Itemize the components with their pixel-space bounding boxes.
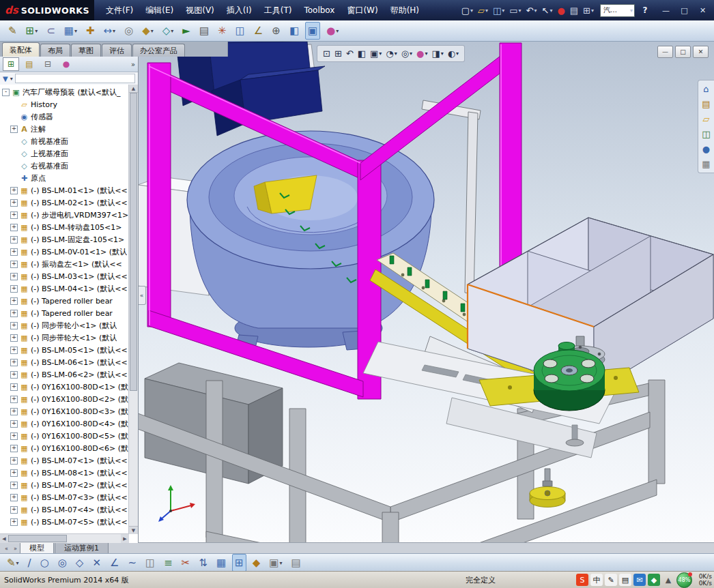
linear-sketch-pattern-icon[interactable]: ▦ [214, 554, 229, 572]
view-palette-icon[interactable]: ◫ [702, 130, 710, 138]
record-macro-icon[interactable]: ● [555, 3, 567, 18]
zoom-area-icon[interactable]: ⊞ [333, 48, 343, 59]
scroll-right-icon[interactable]: ▶ [121, 534, 129, 543]
pen-icon[interactable]: ✎ [605, 574, 617, 586]
undo-icon[interactable]: ↶▾ [524, 3, 539, 18]
tree-item[interactable]: + ▦ (-) BS-LM-07<5> (默认<< [0, 516, 129, 528]
zoom-fit-icon[interactable]: ⊡ [322, 48, 332, 59]
tree-item[interactable]: ◇ 右视基准面 [0, 160, 129, 172]
tree-item[interactable]: + ▦ (-) 步进电机,VRDM397<1> [0, 209, 129, 221]
expander-icon[interactable]: + [10, 396, 18, 403]
convert-entities-icon[interactable]: ⇅ [196, 554, 210, 572]
expander-icon[interactable]: + [10, 199, 18, 207]
section-view-icon[interactable]: ◧ [287, 22, 302, 40]
filter-input[interactable] [15, 74, 135, 83]
expander-icon[interactable]: + [10, 383, 18, 391]
tree-item[interactable]: ◇ 前视基准面 [0, 135, 129, 147]
search-dropdown-icon[interactable]: ▾ [630, 8, 633, 14]
tree-item[interactable]: + ▦ (-) BS-LM-03<1> (默认<< [0, 270, 129, 282]
expander-icon[interactable]: + [10, 236, 18, 244]
appearances-scenes-icon[interactable]: ● [702, 145, 710, 153]
menu-item[interactable]: 工具(T) [258, 0, 298, 20]
scroll-up-icon[interactable]: ▲ [129, 85, 138, 93]
accelerator-ball[interactable]: 48% [676, 572, 692, 588]
mate-icon[interactable]: ⊂ [44, 22, 58, 40]
expander-icon[interactable]: + [10, 297, 18, 305]
featuremanager-tree-tab-icon[interactable]: ⊞ [3, 57, 19, 71]
apply-scene-icon[interactable]: ◨▾ [430, 48, 444, 59]
open-document-icon[interactable]: ▱▾ [476, 3, 490, 18]
filter-dropdown-icon[interactable]: ▾ [10, 76, 13, 82]
print-icon[interactable]: ▭▾ [507, 3, 523, 18]
doc-restore-button[interactable]: □ [675, 46, 691, 58]
safety-icon[interactable]: ◆ [648, 574, 660, 586]
menu-item[interactable]: 视图(V) [180, 0, 220, 20]
interference-detection-icon[interactable]: ◫ [233, 22, 248, 40]
view-orientation-icon[interactable]: ▣▾ [369, 48, 383, 59]
new-motion-study-icon[interactable]: ► [180, 22, 193, 40]
minimize-button[interactable]: — [657, 3, 674, 17]
line-icon[interactable]: ∕ [25, 554, 34, 572]
expander-icon[interactable]: + [10, 457, 18, 465]
expander-icon[interactable]: + [10, 494, 18, 501]
measure-icon[interactable]: ∠ [251, 22, 266, 40]
message-icon[interactable]: ✉ [633, 574, 646, 586]
expander-icon[interactable]: - [2, 89, 10, 96]
command-tab[interactable]: 装配体 [2, 42, 40, 57]
keyboard-icon[interactable]: ▤ [619, 574, 631, 586]
expander-icon[interactable]: + [10, 420, 18, 428]
command-tab[interactable]: 评估 [102, 44, 132, 57]
expander-icon[interactable]: + [10, 334, 18, 342]
tree-item[interactable]: ▱ History [0, 98, 129, 111]
command-tab[interactable]: 办公室产品 [132, 44, 185, 57]
show-hidden-components-icon[interactable]: ◎ [122, 22, 136, 40]
large-assembly-mode-icon[interactable]: ▣ [305, 22, 320, 40]
tree-item[interactable]: + ▦ (-) BS-LM-02<1> (默认<< [0, 196, 129, 209]
expander-icon[interactable]: + [10, 432, 18, 440]
scroll-down-icon[interactable]: ▼ [129, 526, 138, 534]
tree-item[interactable]: + ▦ (-) BS-LM-07<1> (默认<< [0, 454, 129, 467]
tree-item[interactable]: + ▦ (-) BS-LM-08<1> (默认<< [0, 467, 129, 479]
tree-item[interactable]: ◇ 上视基准面 [0, 147, 129, 160]
expander-icon[interactable]: + [10, 359, 18, 366]
snap-icon[interactable]: ◆ [250, 554, 263, 572]
close-button[interactable]: ✕ [694, 3, 711, 17]
tree-item[interactable]: + ▦ (-) BS-LM-0V-01<1> (默认 [0, 246, 129, 258]
previous-view-icon[interactable]: ↶ [345, 48, 355, 59]
document-tab[interactable]: 模型 [20, 543, 54, 554]
edit-component-icon[interactable]: ✎ [5, 22, 20, 40]
help-icon[interactable]: ? [639, 5, 651, 15]
tree-item[interactable]: + ▦ (-) Tapered roller bear [0, 295, 129, 307]
tree-item[interactable]: + ▦ (-) Tapered roller bear [0, 307, 129, 319]
options-icon[interactable]: ⊞▾ [581, 3, 596, 18]
centerline-icon[interactable]: ∠ [107, 554, 122, 572]
tree-item[interactable]: + ▦ (-) 0Y16X100-80D<3> (默 [0, 405, 129, 417]
scroll-thumb[interactable] [130, 93, 137, 391]
spline-icon[interactable]: ~ [125, 554, 139, 572]
sketch-settings-icon[interactable]: ▤ [288, 554, 303, 572]
home-icon[interactable]: ⌂ [703, 85, 709, 93]
filter-icon[interactable]: ▼ [3, 75, 8, 83]
expander-icon[interactable]: + [10, 482, 18, 489]
ellipse-icon[interactable]: ◎ [55, 554, 70, 572]
bill-of-materials-icon[interactable]: ▤ [197, 22, 212, 40]
edit-appearance-icon[interactable]: ●▾ [415, 48, 429, 59]
menu-item[interactable]: 窗口(W) [341, 0, 384, 20]
expander-icon[interactable]: + [10, 322, 18, 329]
doc-minimize-button[interactable]: — [657, 46, 673, 58]
section-view-icon[interactable]: ◧ [356, 48, 367, 59]
expander-icon[interactable]: + [10, 310, 18, 317]
file-explorer-icon[interactable]: ▱ [703, 115, 710, 123]
tree-item[interactable]: + ▦ (-) 0Y16X100-80D<5> (默 [0, 430, 129, 442]
document-tab[interactable]: 运动算例1 [55, 543, 109, 554]
point-icon[interactable]: ✕ [89, 554, 104, 572]
assembly-features-icon[interactable]: ◆▾ [139, 22, 156, 40]
graphics-area[interactable]: ⊡⊞↶◧▣▾◔▾◎▾●▾◨▾◐▾ —□✕ « ⌂▤▱◫●▦ [138, 42, 714, 543]
expander-icon[interactable]: + [10, 408, 18, 415]
move-component-icon[interactable]: ↔▾ [101, 22, 119, 40]
save-icon[interactable]: ◫▾ [491, 3, 506, 18]
expander-icon[interactable]: + [10, 224, 18, 231]
menu-item[interactable]: 编辑(E) [139, 0, 180, 20]
expander-icon[interactable]: + [10, 285, 18, 293]
appearance-icon[interactable]: ●▾ [324, 22, 341, 40]
